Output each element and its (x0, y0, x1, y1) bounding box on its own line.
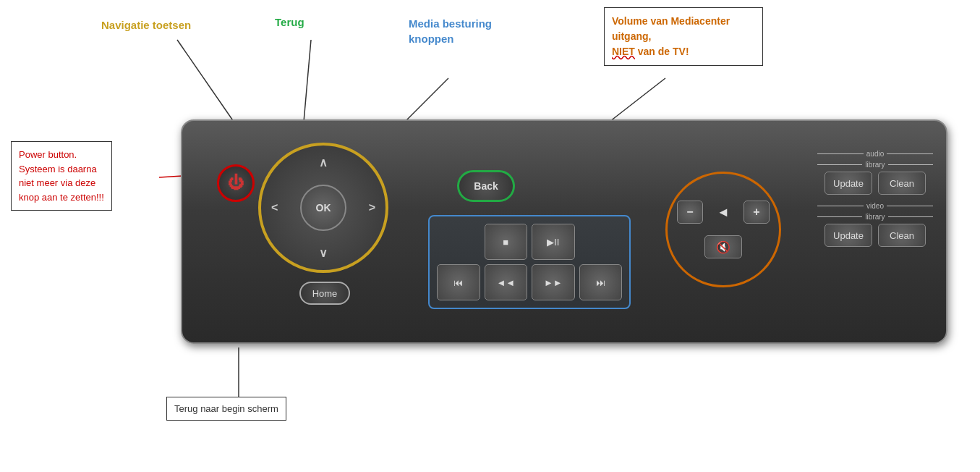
prev-track-button[interactable]: ⏮ (437, 264, 480, 300)
volume-label-text: Volume van Mediacenter uitgang, NIET van… (612, 15, 730, 57)
home-button[interactable]: Home (299, 282, 350, 305)
prev-track-icon: ⏮ (453, 277, 463, 288)
back-button[interactable]: Back (457, 170, 515, 202)
video-label-text: video (866, 202, 884, 210)
video-library-buttons: Update Clean (817, 224, 933, 247)
nav-left-arrow[interactable]: < (271, 201, 278, 214)
fast-forward-icon: ►► (544, 277, 563, 288)
audio-library-buttons: Update Clean (817, 172, 933, 195)
audio-label-text: audio (866, 150, 884, 158)
speaker-icon: ◄ (717, 205, 730, 220)
power-icon: ⏻ (228, 175, 244, 191)
video-update-button[interactable]: Update (825, 224, 872, 247)
audio-library-label2: library (817, 161, 933, 169)
video-clean-button[interactable]: Clean (878, 224, 926, 247)
video-library-label: video (817, 202, 933, 210)
annotation-home: Terug naar begin scherm (166, 397, 286, 421)
next-track-button[interactable]: ⏭ (579, 264, 623, 300)
volume-down-button[interactable]: − (677, 201, 703, 224)
power-label-text: Power button.Systeem is daarnaniet meer … (19, 149, 104, 203)
svg-line-1 (304, 40, 311, 122)
play-pause-button[interactable]: ▶II (532, 224, 575, 260)
annotation-terug: Terug (268, 10, 312, 34)
mute-button[interactable]: 🔇 (704, 235, 742, 258)
next-track-icon: ⏭ (596, 277, 605, 288)
rewind-button[interactable]: ◄◄ (485, 264, 528, 300)
stop-icon: ■ (503, 237, 508, 248)
audio-clean-button[interactable]: Clean (878, 172, 926, 195)
fast-forward-button[interactable]: ►► (532, 264, 575, 300)
svg-line-2 (405, 78, 448, 122)
annotation-volume: Volume van Mediacenter uitgang, NIET van… (604, 7, 763, 66)
media-label-text: Media besturingknoppen (409, 17, 492, 45)
volume-speaker-icon-btn: ◄ (710, 201, 736, 224)
rewind-icon: ◄◄ (496, 277, 515, 288)
nav-right-arrow[interactable]: > (369, 201, 375, 214)
nav-up-arrow[interactable]: ∧ (319, 156, 328, 169)
annotation-nav: Navigatie toetsen (94, 13, 198, 37)
mute-icon: 🔇 (716, 240, 730, 254)
volume-circle: − ◄ + 🔇 (665, 172, 781, 287)
video-label2-text: library (865, 213, 885, 221)
audio-update-button[interactable]: Update (825, 172, 872, 195)
svg-line-0 (177, 40, 239, 129)
power-button[interactable]: ⏻ (217, 164, 255, 202)
video-library-label2: library (817, 213, 933, 221)
volume-up-button[interactable]: + (743, 201, 770, 224)
niet-text: NIET (612, 46, 635, 57)
video-library-section: video library Update Clean (817, 202, 933, 247)
nav-down-arrow[interactable]: ∨ (319, 246, 328, 260)
volume-row: − ◄ + (677, 201, 770, 224)
annotation-media: Media besturingknoppen (401, 10, 499, 52)
stop-button[interactable]: ■ (485, 224, 528, 260)
audio-label2-text: library (865, 161, 885, 169)
nav-circle: ∧ ∨ < > OK (258, 143, 388, 273)
library-area: audio library Update Clean video (817, 150, 933, 254)
volume-plus-icon: + (753, 206, 759, 219)
volume-minus-icon: − (686, 206, 693, 219)
audio-library-label: audio (817, 150, 933, 158)
annotation-power: Power button.Systeem is daarnaniet meer … (11, 141, 112, 211)
media-controls-area: ■ ▶II ⏮ ◄◄ ►► ⏭ (428, 215, 631, 309)
play-pause-icon: ▶II (547, 237, 559, 248)
ok-button[interactable]: OK (300, 185, 346, 231)
audio-library-section: audio library Update Clean (817, 150, 933, 195)
remote-body: ⏻ ∧ ∨ < > OK Home Back ■ ▶II ⏮ ◄◄ ►► ⏭ (181, 119, 947, 344)
